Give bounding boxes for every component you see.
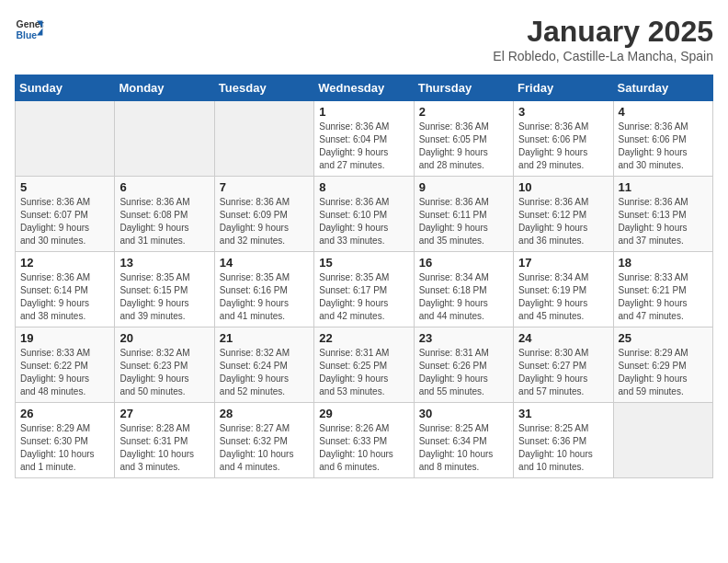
calendar-cell: 5Sunrise: 8:36 AM Sunset: 6:07 PM Daylig… [16, 177, 115, 252]
day-number: 10 [518, 180, 608, 194]
calendar-cell: 7Sunrise: 8:36 AM Sunset: 6:09 PM Daylig… [214, 177, 313, 252]
day-number: 25 [619, 331, 708, 345]
day-number: 30 [419, 407, 508, 420]
day-info: Sunrise: 8:36 AM Sunset: 6:06 PM Dayligh… [619, 121, 708, 172]
week-row-2: 5Sunrise: 8:36 AM Sunset: 6:07 PM Daylig… [16, 177, 713, 252]
day-info: Sunrise: 8:33 AM Sunset: 6:22 PM Dayligh… [20, 347, 109, 398]
day-info: Sunrise: 8:36 AM Sunset: 6:06 PM Dayligh… [518, 121, 608, 172]
calendar-cell: 29Sunrise: 8:26 AM Sunset: 6:33 PM Dayli… [314, 403, 414, 478]
day-info: Sunrise: 8:33 AM Sunset: 6:21 PM Dayligh… [619, 271, 708, 323]
day-number: 27 [119, 407, 209, 420]
calendar-cell: 8Sunrise: 8:36 AM Sunset: 6:10 PM Daylig… [314, 177, 414, 252]
day-info: Sunrise: 8:35 AM Sunset: 6:17 PM Dayligh… [319, 271, 408, 323]
calendar-cell: 23Sunrise: 8:31 AM Sunset: 6:26 PM Dayli… [414, 327, 513, 403]
day-info: Sunrise: 8:36 AM Sunset: 6:14 PM Dayligh… [20, 271, 109, 323]
day-info: Sunrise: 8:25 AM Sunset: 6:36 PM Dayligh… [518, 422, 608, 474]
day-info: Sunrise: 8:36 AM Sunset: 6:04 PM Dayligh… [319, 121, 408, 172]
day-number: 7 [220, 180, 309, 194]
day-number: 5 [20, 180, 109, 194]
weekday-header-tuesday: Tuesday [214, 75, 313, 101]
day-info: Sunrise: 8:36 AM Sunset: 6:05 PM Dayligh… [419, 121, 508, 172]
day-number: 16 [419, 256, 508, 270]
calendar-cell: 19Sunrise: 8:33 AM Sunset: 6:22 PM Dayli… [16, 327, 115, 403]
calendar-cell: 9Sunrise: 8:36 AM Sunset: 6:11 PM Daylig… [414, 177, 513, 252]
calendar-cell: 15Sunrise: 8:35 AM Sunset: 6:17 PM Dayli… [314, 252, 414, 327]
day-number: 9 [419, 180, 508, 194]
calendar-cell: 6Sunrise: 8:36 AM Sunset: 6:08 PM Daylig… [115, 177, 214, 252]
weekday-header-wednesday: Wednesday [314, 75, 414, 101]
day-info: Sunrise: 8:30 AM Sunset: 6:27 PM Dayligh… [518, 347, 608, 398]
week-row-5: 26Sunrise: 8:29 AM Sunset: 6:30 PM Dayli… [16, 403, 713, 478]
day-number: 28 [220, 407, 309, 420]
calendar-cell: 21Sunrise: 8:32 AM Sunset: 6:24 PM Dayli… [214, 327, 313, 403]
weekday-header-saturday: Saturday [613, 75, 712, 101]
day-info: Sunrise: 8:36 AM Sunset: 6:09 PM Dayligh… [220, 196, 309, 247]
calendar-cell: 17Sunrise: 8:34 AM Sunset: 6:19 PM Dayli… [514, 252, 613, 327]
day-number: 21 [220, 331, 309, 345]
day-info: Sunrise: 8:35 AM Sunset: 6:16 PM Dayligh… [220, 271, 309, 323]
day-number: 13 [119, 256, 209, 270]
location: El Robledo, Castille-La Mancha, Spain [493, 49, 713, 63]
day-info: Sunrise: 8:36 AM Sunset: 6:07 PM Dayligh… [20, 196, 109, 247]
day-number: 22 [319, 331, 408, 345]
weekday-header-monday: Monday [115, 75, 214, 101]
week-row-4: 19Sunrise: 8:33 AM Sunset: 6:22 PM Dayli… [16, 327, 713, 403]
day-info: Sunrise: 8:34 AM Sunset: 6:19 PM Dayligh… [518, 271, 608, 323]
week-row-3: 12Sunrise: 8:36 AM Sunset: 6:14 PM Dayli… [16, 252, 713, 327]
day-info: Sunrise: 8:31 AM Sunset: 6:26 PM Dayligh… [419, 347, 508, 398]
calendar-cell [115, 101, 214, 177]
day-info: Sunrise: 8:36 AM Sunset: 6:13 PM Dayligh… [619, 196, 708, 247]
day-number: 11 [619, 180, 708, 194]
calendar-cell: 20Sunrise: 8:32 AM Sunset: 6:23 PM Dayli… [115, 327, 214, 403]
weekday-header-sunday: Sunday [16, 75, 115, 101]
page-header: General Blue January 2025 El Robledo, Ca… [15, 15, 713, 63]
calendar-cell: 11Sunrise: 8:36 AM Sunset: 6:13 PM Dayli… [613, 177, 712, 252]
calendar-cell: 16Sunrise: 8:34 AM Sunset: 6:18 PM Dayli… [414, 252, 513, 327]
day-number: 14 [220, 256, 309, 270]
day-info: Sunrise: 8:27 AM Sunset: 6:32 PM Dayligh… [220, 422, 309, 474]
weekday-header-row: SundayMondayTuesdayWednesdayThursdayFrid… [16, 75, 713, 101]
calendar-cell [214, 101, 313, 177]
day-info: Sunrise: 8:32 AM Sunset: 6:23 PM Dayligh… [119, 347, 209, 398]
day-info: Sunrise: 8:36 AM Sunset: 6:12 PM Dayligh… [518, 196, 608, 247]
day-number: 8 [319, 180, 408, 194]
calendar-cell [16, 101, 115, 177]
day-number: 19 [20, 331, 109, 345]
day-info: Sunrise: 8:26 AM Sunset: 6:33 PM Dayligh… [319, 422, 408, 474]
calendar-cell: 18Sunrise: 8:33 AM Sunset: 6:21 PM Dayli… [613, 252, 712, 327]
title-block: January 2025 El Robledo, Castille-La Man… [493, 15, 713, 63]
day-number: 24 [518, 331, 608, 345]
calendar-cell: 3Sunrise: 8:36 AM Sunset: 6:06 PM Daylig… [514, 101, 613, 177]
day-number: 17 [518, 256, 608, 270]
weekday-header-thursday: Thursday [414, 75, 513, 101]
day-number: 20 [119, 331, 209, 345]
calendar-table: SundayMondayTuesdayWednesdayThursdayFrid… [15, 75, 713, 478]
day-info: Sunrise: 8:36 AM Sunset: 6:11 PM Dayligh… [419, 196, 508, 247]
day-info: Sunrise: 8:35 AM Sunset: 6:15 PM Dayligh… [119, 271, 209, 323]
day-info: Sunrise: 8:25 AM Sunset: 6:34 PM Dayligh… [419, 422, 508, 474]
calendar-cell: 31Sunrise: 8:25 AM Sunset: 6:36 PM Dayli… [514, 403, 613, 478]
logo: General Blue [15, 15, 44, 44]
day-info: Sunrise: 8:34 AM Sunset: 6:18 PM Dayligh… [419, 271, 508, 323]
calendar-cell: 13Sunrise: 8:35 AM Sunset: 6:15 PM Dayli… [115, 252, 214, 327]
logo-icon: General Blue [15, 15, 44, 44]
day-number: 29 [319, 407, 408, 420]
day-info: Sunrise: 8:28 AM Sunset: 6:31 PM Dayligh… [119, 422, 209, 474]
day-info: Sunrise: 8:32 AM Sunset: 6:24 PM Dayligh… [220, 347, 309, 398]
weekday-header-friday: Friday [514, 75, 613, 101]
day-number: 1 [319, 105, 408, 119]
calendar-cell: 24Sunrise: 8:30 AM Sunset: 6:27 PM Dayli… [514, 327, 613, 403]
calendar-cell: 12Sunrise: 8:36 AM Sunset: 6:14 PM Dayli… [16, 252, 115, 327]
day-number: 12 [20, 256, 109, 270]
calendar-cell: 25Sunrise: 8:29 AM Sunset: 6:29 PM Dayli… [613, 327, 712, 403]
calendar-cell: 4Sunrise: 8:36 AM Sunset: 6:06 PM Daylig… [613, 101, 712, 177]
calendar-cell: 22Sunrise: 8:31 AM Sunset: 6:25 PM Dayli… [314, 327, 414, 403]
calendar-cell: 28Sunrise: 8:27 AM Sunset: 6:32 PM Dayli… [214, 403, 313, 478]
calendar-cell: 10Sunrise: 8:36 AM Sunset: 6:12 PM Dayli… [514, 177, 613, 252]
calendar-cell [613, 403, 712, 478]
day-info: Sunrise: 8:29 AM Sunset: 6:30 PM Dayligh… [20, 422, 109, 474]
day-info: Sunrise: 8:36 AM Sunset: 6:08 PM Dayligh… [119, 196, 209, 247]
day-number: 23 [419, 331, 508, 345]
day-number: 31 [518, 407, 608, 420]
calendar-cell: 1Sunrise: 8:36 AM Sunset: 6:04 PM Daylig… [314, 101, 414, 177]
